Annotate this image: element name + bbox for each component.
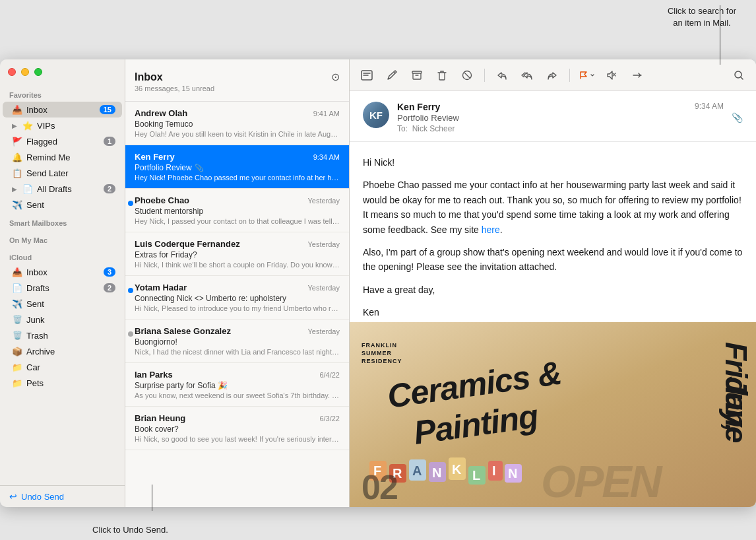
delete-toolbar-button[interactable] [433,66,451,84]
email-detail-panel: KF Ken Ferry Portfolio Review To: Nick S… [350,59,756,507]
email-item-8[interactable]: Brian Heung 6/3/22 Book cover? Hi Nick, … [125,407,349,450]
svg-text:June: June [719,376,753,443]
remind-me-icon: 🔔 [12,152,22,162]
sidebar-icloud-junk-label: Junk [26,315,115,325]
svg-text:A: A [412,463,422,478]
email-time-1: 9:41 AM [313,110,340,118]
sidebar-item-icloud-trash[interactable]: 🗑️ Trash [3,327,122,343]
email-subject-4: Extras for Friday? [135,250,340,259]
reply-button[interactable] [493,66,511,84]
archive-toolbar-button[interactable] [408,66,426,84]
email-item-1[interactable]: Andrew Olah 9:41 AM Booking Temuco Hey O… [125,102,349,145]
sidebar-item-icloud-junk[interactable]: 🗑️ Junk [3,312,122,327]
sidebar-flagged-label: Flagged [26,137,100,147]
sidebar-vips-label: VIPs [37,121,115,131]
sidebar-item-send-later[interactable]: 📋 Send Later [3,165,122,181]
detail-attachment-icon: 📎 [732,112,743,123]
sidebar-section-smart-mailboxes: Smart Mailboxes [0,213,125,230]
sidebar-content: Favorites 📥 Inbox 15 ▶ ⭐ VIPs 🚩 Flagged … [0,84,125,485]
sidebar-item-flagged[interactable]: 🚩 Flagged 1 [3,133,122,149]
email-subject-5: Connecting Nick <> Umberto re: upholster… [135,294,340,303]
minimize-button[interactable] [21,68,29,76]
sidebar-icloud-drafts-label: Drafts [26,283,100,293]
more-button[interactable] [628,66,646,84]
detail-header: KF Ken Ferry Portfolio Review To: Nick S… [350,91,756,142]
junk-toolbar-button[interactable] [458,66,476,84]
undo-send-label: Undo Send [21,492,64,502]
detail-body: Hi Nick! Phoebe Chao passed me your cont… [350,142,756,322]
email-preview-5: Hi Nick, Pleased to introduce you to my … [135,304,340,312]
email-sender-7: Ian Parks [135,370,173,380]
icloud-inbox-icon: 📥 [12,267,22,277]
toolbar-divider-1 [484,69,485,82]
sidebar-item-icloud-car[interactable]: 📁 Car [3,359,122,375]
detail-toolbar [350,59,756,91]
filter-icon[interactable]: ⊙ [331,71,340,83]
all-drafts-icon: 📄 [22,184,33,194]
new-message-button[interactable] [358,66,376,84]
sidebar-item-icloud-archive[interactable]: 📦 Archive [3,343,122,359]
email-subject-7: Surprise party for Sofia 🎉 [135,381,340,390]
body-link[interactable]: here [482,224,500,235]
email-time-5: Yesterday [307,284,340,292]
email-preview-1: Hey Olah! Are you still keen to visit Kr… [135,130,340,138]
svg-rect-1 [412,71,422,73]
email-item-4[interactable]: Luis Coderque Fernandez Yesterday Extras… [125,232,349,276]
email-time-6: Yesterday [307,327,340,335]
body-para-0: Hi Nick! [363,155,743,170]
email-sender-1: Andrew Olah [135,108,187,118]
email-list-panel: Inbox ⊙ 36 messages, 15 unread Andrew Ol… [125,59,350,507]
detail-subject-line: Portfolio Review [397,113,687,123]
detail-header-info: Ken Ferry Portfolio Review To: Nick Sche… [397,102,687,133]
sidebar-item-vips[interactable]: ▶ ⭐ VIPs [3,118,122,133]
icloud-sent-icon: ✈️ [12,298,22,309]
email-list-subtitle: 36 messages, 15 unread [135,84,340,92]
inbox-icon: 📥 [12,104,22,115]
email-subject-6: Buongiorno! [135,337,340,347]
svg-text:OPEN: OPEN [541,456,664,506]
search-button[interactable] [730,66,748,84]
tooltip-line-bottom [152,485,152,511]
email-item-3[interactable]: Phoebe Chao Yesterday Student mentorship… [125,189,349,232]
sent-icon: ✈️ [12,199,22,210]
all-drafts-badge: 2 [104,184,115,193]
icloud-trash-icon: 🗑️ [12,330,22,341]
flag-button[interactable] [578,66,596,84]
sidebar-item-inbox[interactable]: 📥 Inbox 15 [3,102,122,118]
body-para-1: Phoebe Chao passed me your contact info … [363,178,743,237]
sidebar-sent-label: Sent [26,200,115,210]
email-item-6[interactable]: Briana Salese Gonzalez Yesterday Buongio… [125,320,349,363]
email-item-7[interactable]: Ian Parks 6/4/22 Surprise party for Sofi… [125,363,349,407]
sidebar-icloud-car-label: Car [26,362,115,372]
mail-window: Favorites 📥 Inbox 15 ▶ ⭐ VIPs 🚩 Flagged … [0,59,756,507]
sidebar-item-all-drafts[interactable]: ▶ 📄 All Drafts 2 [3,181,122,197]
inbox-badge: 15 [100,105,115,114]
sidebar-item-sent[interactable]: ✈️ Sent [3,197,122,213]
email-item-5[interactable]: Yotam Hadar Yesterday Connecting Nick <>… [125,276,349,320]
body-para-3: Have a great day, [363,283,743,297]
sidebar-item-icloud-pets[interactable]: 📁 Pets [3,375,122,391]
reply-all-button[interactable] [518,66,536,84]
sidebar-icloud-inbox-label: Inbox [26,267,100,277]
detail-from-name: Ken Ferry [397,102,687,112]
email-sender-4: Luis Coderque Fernandez [135,239,240,249]
close-button[interactable] [8,68,16,76]
forward-button[interactable] [543,66,561,84]
sidebar-item-icloud-inbox[interactable]: 📥 Inbox 3 [3,264,122,280]
tooltip-undo-send: Click to Undo Send. [92,525,168,535]
detail-time: 9:34 AM [695,102,724,111]
mute-button[interactable] [603,66,621,84]
svg-text:N: N [508,466,517,481]
sidebar-section-favorites: Favorites [0,84,125,102]
email-time-8: 6/3/22 [319,415,340,422]
sidebar-item-icloud-drafts[interactable]: 📄 Drafts 2 [3,280,122,296]
sidebar-item-icloud-sent[interactable]: ✈️ Sent [3,296,122,312]
maximize-button[interactable] [34,68,42,76]
svg-text:RESIDENCY: RESIDENCY [362,358,402,364]
sidebar-inbox-label: Inbox [26,105,96,115]
email-item-2[interactable]: Ken Ferry 9:34 AM Portfolio Review 📎 Hey… [125,145,349,189]
sidebar-icloud-sent-label: Sent [26,299,115,309]
compose-button[interactable] [383,66,401,84]
undo-send-button[interactable]: ↩ Undo Send [0,485,125,507]
sidebar-item-remind-me[interactable]: 🔔 Remind Me [3,149,122,165]
